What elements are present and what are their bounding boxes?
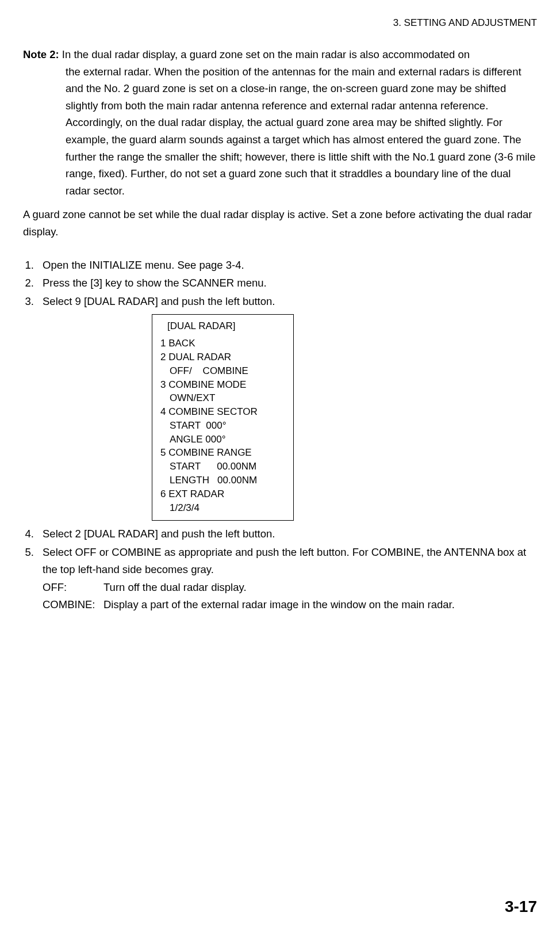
menu-item-1: 1 BACK xyxy=(160,337,285,350)
def-combine-row: COMBINE: Display a part of the external … xyxy=(43,596,537,613)
menu-item-3-sub: OWN/EXT xyxy=(160,391,285,405)
menu-item-5-sub2: LENGTH 00.00NM xyxy=(160,474,285,487)
def-off-label: OFF: xyxy=(43,579,103,596)
note-label: Note 2: xyxy=(23,48,59,60)
note-2-section: Note 2: In the dual radar display, a gua… xyxy=(23,46,537,199)
page-number: 3-17 xyxy=(505,898,537,916)
menu-item-5: 5 COMBINE RANGE xyxy=(160,446,285,460)
menu-item-4-sub2: ANGLE 000° xyxy=(160,433,285,446)
menu-item-6: 6 EXT RADAR xyxy=(160,487,285,501)
step-5-definitions: OFF: Turn off the dual radar display. CO… xyxy=(43,579,537,613)
menu-title: [DUAL RADAR] xyxy=(160,319,285,333)
step-4: Select 2 [DUAL RADAR] and push the left … xyxy=(37,525,537,543)
section-header: 3. SETTING AND ADJUSTMENT xyxy=(23,17,537,29)
menu-item-2: 2 DUAL RADAR xyxy=(160,350,285,364)
menu-item-4: 4 COMBINE SECTOR xyxy=(160,405,285,419)
def-off-row: OFF: Turn off the dual radar display. xyxy=(43,579,537,596)
menu-item-3: 3 COMBINE MODE xyxy=(160,378,285,392)
note-first-line: In the dual radar display, a guard zone … xyxy=(59,48,470,60)
menu-item-6-sub: 1/2/3/4 xyxy=(160,501,285,515)
step-3-text: Select 9 [DUAL RADAR] and push the left … xyxy=(43,295,275,307)
step-2: Press the [3] key to show the SCANNER me… xyxy=(37,274,537,292)
menu-item-5-sub1: START 00.00NM xyxy=(160,460,285,474)
note-body: the external radar. When the position of… xyxy=(23,63,537,200)
guard-zone-paragraph: A guard zone cannot be set while the dua… xyxy=(23,206,537,240)
menu-item-4-sub1: START 000° xyxy=(160,419,285,433)
step-3: Select 9 [DUAL RADAR] and push the left … xyxy=(37,293,537,521)
step-5-text: Select OFF or COMBINE as appropriate and… xyxy=(43,546,526,575)
dual-radar-menu-box: [DUAL RADAR] 1 BACK 2 DUAL RADAR OFF/ CO… xyxy=(152,314,294,521)
step-5: Select OFF or COMBINE as appropriate and… xyxy=(37,544,537,613)
def-combine-text: Display a part of the external radar ima… xyxy=(103,596,537,613)
step-1: Open the INITIALIZE menu. See page 3-4. xyxy=(37,257,537,274)
def-off-text: Turn off the dual radar display. xyxy=(103,579,537,596)
def-combine-label: COMBINE: xyxy=(43,596,103,613)
menu-item-2-sub: OFF/ COMBINE xyxy=(160,364,285,378)
steps-list: Open the INITIALIZE menu. See page 3-4. … xyxy=(23,257,537,613)
